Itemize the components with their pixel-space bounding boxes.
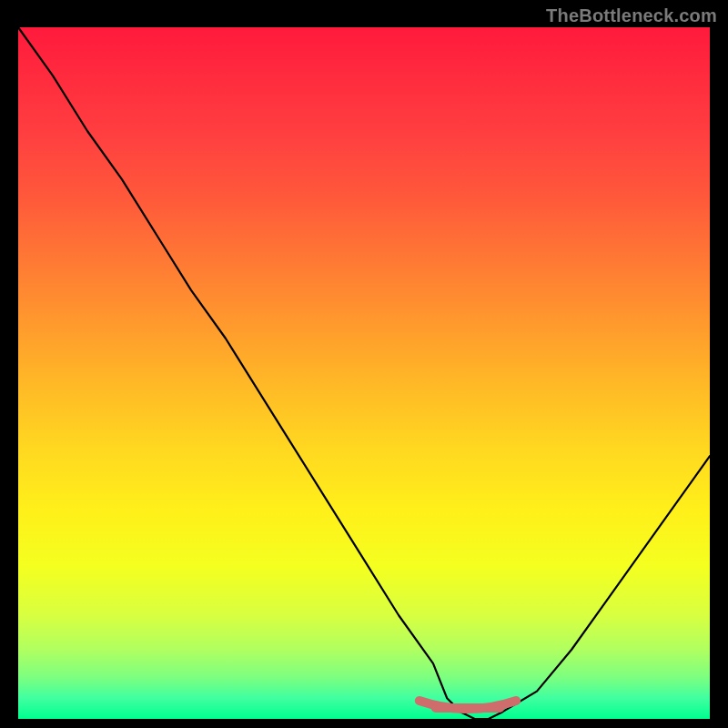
watermark-text: TheBottleneck.com (546, 5, 717, 26)
plot-area (18, 27, 710, 719)
highlight-minimum (420, 701, 516, 709)
chart-container: TheBottleneck.com (0, 0, 728, 728)
curve-svg (18, 27, 710, 719)
bottleneck-curve (18, 27, 710, 719)
